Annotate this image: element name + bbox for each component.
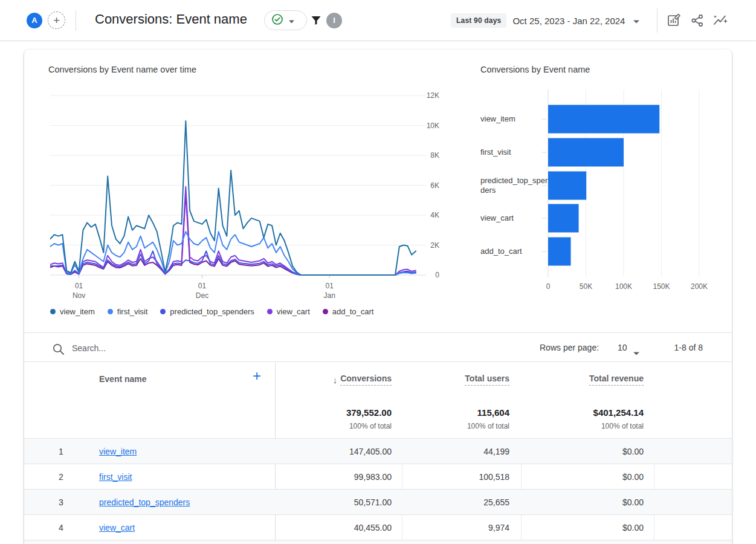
- check-circle-icon: [271, 13, 283, 28]
- sort-descending-icon: ↓: [333, 375, 338, 385]
- date-range-text: Oct 25, 2023 - Jan 22, 2024: [512, 16, 625, 26]
- date-range-chip: Last 90 days: [451, 13, 506, 28]
- svg-text:8K: 8K: [430, 151, 439, 160]
- caret-down-icon: [289, 15, 294, 26]
- line-chart-title: Conversions by Event name over time: [48, 65, 196, 74]
- totals-conversions: 379,552.00: [346, 407, 392, 418]
- table-row: 4 view_cart 40,455.00 9,974 $0.00: [24, 514, 732, 540]
- rows-per-page-label: Rows per page:: [540, 343, 599, 352]
- svg-text:0: 0: [435, 271, 439, 279]
- table-row: 3 predicted_top_spenders 50,571.00 25,65…: [24, 489, 732, 514]
- svg-text:Dec: Dec: [196, 291, 208, 300]
- svg-text:10K: 10K: [427, 121, 439, 130]
- event-link[interactable]: first_visit: [99, 464, 132, 490]
- caret-down-icon[interactable]: [633, 347, 639, 358]
- conversions-over-time-chart[interactable]: 12K10K8K6K4K2K001Nov01Dec01Jan: [50, 85, 443, 302]
- legend-dot: [323, 309, 328, 314]
- cell-conversions: 147,405.00: [349, 439, 392, 464]
- row-index: 2: [59, 464, 74, 490]
- header-divider: [657, 8, 657, 33]
- legend-dot: [160, 309, 166, 314]
- legend-item: view_cart: [267, 307, 310, 316]
- add-column-button[interactable]: +: [253, 368, 261, 384]
- event-link[interactable]: predicted_top_spenders: [99, 490, 190, 515]
- table-toolbar: Rows per page: 10 1-8 of 8: [24, 332, 732, 362]
- page-title: Conversions: Event name: [95, 11, 247, 27]
- svg-text:6K: 6K: [430, 181, 439, 190]
- table-row: 1 view_item 147,405.00 44,199 $0.00: [24, 438, 732, 464]
- legend-item: add_to_cart: [323, 307, 374, 316]
- share-icon[interactable]: [690, 13, 705, 28]
- cell-conversions: 99,983.00: [354, 464, 392, 490]
- totals-users: 115,604: [477, 407, 509, 418]
- conversions-bar-chart[interactable]: 050K100K150K200K: [540, 85, 710, 302]
- bar-chart-title: Conversions by Event name: [480, 65, 590, 74]
- cell-conversions: 40,455.00: [354, 515, 392, 540]
- row-index: 4: [59, 515, 74, 540]
- totals-revenue: $401,254.14: [593, 407, 644, 418]
- cell-revenue: $0.00: [622, 464, 644, 490]
- identity-badge[interactable]: I: [326, 13, 342, 28]
- legend-item: first_visit: [108, 307, 148, 316]
- cell-conversions: 50,571.00: [354, 490, 392, 515]
- svg-text:12K: 12K: [427, 91, 439, 100]
- legend-item: view_item: [50, 307, 95, 316]
- event-link[interactable]: view_cart: [99, 515, 135, 540]
- cell-revenue: $0.00: [622, 439, 644, 464]
- search-input[interactable]: [72, 340, 271, 356]
- rows-per-page-select[interactable]: 10: [618, 343, 627, 352]
- table-row: 2 first_visit 99,983.00 100,518 $0.00: [24, 464, 732, 489]
- table-header: Event name + ↓ Conversions Total users T…: [24, 363, 732, 396]
- row-index: 3: [59, 490, 74, 515]
- chart-legend: view_item first_visit predicted_top_spen…: [50, 307, 373, 316]
- header-divider: [76, 10, 76, 31]
- date-range-picker[interactable]: Last 90 days Oct 25, 2023 - Jan 22, 2024: [451, 8, 639, 33]
- cell-revenue: $0.00: [622, 515, 644, 540]
- row-index: 1: [59, 439, 74, 464]
- svg-text:Jan: Jan: [324, 291, 335, 300]
- legend-item: predicted_top_spenders: [160, 307, 254, 316]
- column-header-event-name[interactable]: Event name: [99, 374, 147, 384]
- report-card: Conversions by Event name over time 12K1…: [24, 50, 732, 544]
- totals-users-share: 100% of total: [467, 422, 509, 430]
- column-header-conversions[interactable]: ↓ Conversions: [333, 374, 392, 386]
- legend-dot: [50, 309, 56, 314]
- svg-text:01: 01: [75, 282, 83, 290]
- svg-text:Nov: Nov: [73, 291, 85, 300]
- svg-text:01: 01: [198, 282, 207, 290]
- insights-icon[interactable]: [712, 13, 728, 28]
- svg-text:01: 01: [326, 282, 334, 290]
- svg-text:2K: 2K: [430, 241, 439, 250]
- avatar[interactable]: A: [27, 13, 42, 28]
- cell-users: 9,974: [488, 515, 509, 540]
- column-header-total-users[interactable]: Total users: [465, 374, 509, 386]
- event-link[interactable]: view_item: [99, 439, 137, 464]
- totals-conversions-share: 100% of total: [349, 422, 392, 430]
- pagination-status: 1-8 of 8: [674, 343, 703, 352]
- column-header-total-revenue[interactable]: Total revenue: [589, 374, 644, 386]
- add-comparison-button[interactable]: +: [48, 11, 65, 29]
- totals-revenue-share: 100% of total: [601, 422, 644, 430]
- table-row-partial: [24, 540, 732, 544]
- customize-report-icon[interactable]: [666, 13, 682, 28]
- svg-text:100K: 100K: [615, 282, 632, 291]
- svg-text:150K: 150K: [653, 282, 670, 291]
- svg-text:200K: 200K: [691, 282, 708, 291]
- legend-dot: [267, 309, 273, 314]
- cell-users: 100,518: [479, 464, 509, 490]
- caret-down-icon: [633, 15, 639, 26]
- cell-revenue: $0.00: [622, 490, 644, 515]
- svg-text:50K: 50K: [580, 282, 592, 291]
- legend-dot: [108, 309, 113, 314]
- filter-icon[interactable]: [309, 14, 323, 27]
- report-status-pill[interactable]: [264, 10, 307, 30]
- cell-users: 25,655: [483, 490, 509, 515]
- app-header: A + Conversions: Event name I Last 90 da…: [0, 0, 756, 41]
- svg-text:4K: 4K: [430, 211, 439, 219]
- cell-users: 44,199: [483, 439, 509, 464]
- search-icon: [53, 343, 64, 357]
- svg-text:0: 0: [546, 282, 551, 291]
